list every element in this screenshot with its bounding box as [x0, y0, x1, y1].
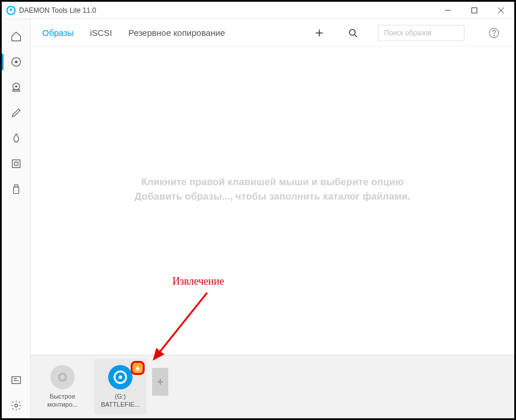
- sidebar-drives[interactable]: [2, 75, 31, 100]
- svg-line-24: [154, 293, 207, 359]
- drive-name-label: BATTLEFIE...: [101, 401, 139, 408]
- disc-blue-icon: [108, 365, 132, 389]
- window-controls: [434, 2, 514, 19]
- add-button[interactable]: [311, 24, 328, 42]
- svg-rect-2: [472, 8, 477, 13]
- mounted-drive-tile[interactable]: (G:) BATTLEFIE...: [94, 359, 146, 414]
- sidebar-edit[interactable]: [2, 100, 31, 126]
- content-area: Образы iSCSI Резервное копирование Кликн…: [31, 19, 514, 418]
- svg-point-20: [349, 30, 355, 35]
- sidebar-news[interactable]: [2, 367, 31, 393]
- svg-point-17: [14, 404, 17, 407]
- tab-backup[interactable]: Резервное копирование: [128, 28, 225, 38]
- help-button[interactable]: [485, 24, 503, 42]
- tab-iscsi[interactable]: iSCSI: [90, 28, 112, 38]
- eject-icon: [134, 364, 141, 371]
- drives-bar: Быстрое монтиро... (G:) BATTLEFIE...: [31, 355, 514, 418]
- search-button[interactable]: [344, 24, 362, 42]
- svg-line-21: [355, 35, 357, 37]
- catalog-area[interactable]: Кликните правой клавишей мыши и выберите…: [31, 47, 514, 355]
- sidebar-images[interactable]: [2, 49, 31, 75]
- add-drive-button[interactable]: [152, 368, 168, 396]
- svg-point-23: [493, 35, 494, 35]
- quick-mount-tile[interactable]: Быстрое монтиро...: [36, 359, 89, 414]
- eject-button[interactable]: [131, 361, 145, 375]
- annotation-arrow-icon: [143, 290, 213, 365]
- minimize-button[interactable]: [434, 2, 461, 19]
- sidebar-settings[interactable]: [2, 393, 31, 418]
- annotation-label: Извлечение: [172, 275, 224, 288]
- svg-point-6: [15, 61, 17, 62]
- quick-mount-label-2: монтиро...: [47, 401, 78, 408]
- window-title: DAEMON Tools Lite 11.0: [19, 6, 434, 14]
- sidebar-catch[interactable]: [2, 151, 31, 176]
- svg-point-8: [15, 86, 17, 87]
- app-logo-icon: [6, 6, 16, 15]
- empty-placeholder: Кликните правой клавишей мыши и выберите…: [122, 175, 423, 204]
- maximize-button[interactable]: [461, 2, 488, 19]
- svg-rect-9: [13, 90, 20, 91]
- svg-point-27: [119, 375, 122, 379]
- disc-grey-icon: [50, 365, 75, 389]
- close-button[interactable]: [488, 2, 514, 19]
- svg-rect-14: [12, 377, 20, 384]
- sidebar-home[interactable]: [2, 24, 31, 49]
- quick-mount-label-1: Быстрое: [50, 393, 75, 400]
- sidebar-burn[interactable]: [2, 126, 31, 151]
- svg-rect-13: [13, 187, 19, 193]
- titlebar: DAEMON Tools Lite 11.0: [2, 2, 514, 19]
- svg-rect-25: [135, 370, 140, 371]
- tabs-row: Образы iSCSI Резервное копирование: [31, 19, 514, 47]
- tab-images[interactable]: Образы: [42, 28, 73, 38]
- drive-letter-label: (G:): [115, 393, 126, 400]
- svg-rect-10: [12, 160, 20, 167]
- search-input[interactable]: [378, 25, 465, 41]
- sidebar: [2, 19, 31, 418]
- svg-point-11: [14, 162, 18, 166]
- sidebar-usb[interactable]: [2, 176, 31, 202]
